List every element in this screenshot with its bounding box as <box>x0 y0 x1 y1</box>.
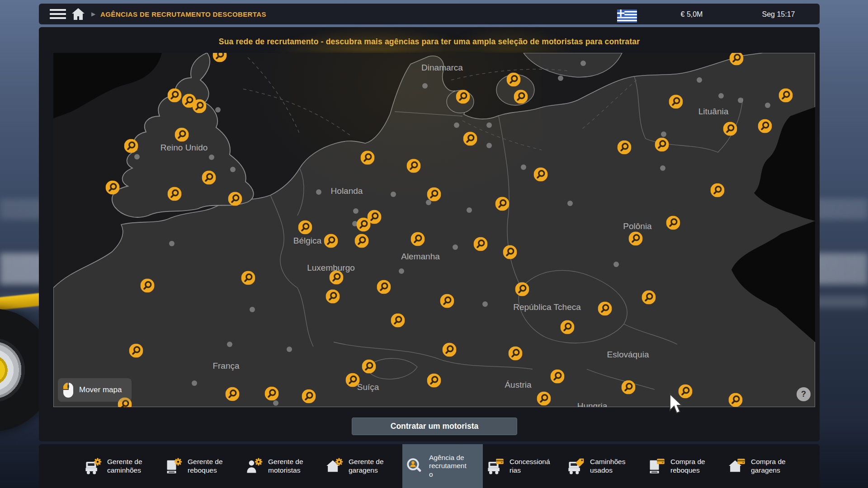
city-dot <box>287 347 292 352</box>
hire-driver-button[interactable]: Contratar um motorista <box>352 418 517 435</box>
agency-pin[interactable] <box>629 232 643 246</box>
agency-pin[interactable] <box>175 128 189 142</box>
nav-item-garage-manager[interactable]: Gerente degaragens <box>322 444 402 488</box>
agency-pin[interactable] <box>463 132 477 146</box>
nav-item-label: Agência derecrutamento <box>429 454 467 479</box>
agency-pin[interactable] <box>655 138 669 152</box>
city-dot <box>230 167 236 172</box>
help-button[interactable]: ? <box>797 387 811 401</box>
agency-pin[interactable] <box>514 90 528 104</box>
money-display[interactable]: € 5,0M <box>656 4 728 24</box>
agency-pin[interactable] <box>515 282 529 296</box>
agency-pin[interactable] <box>202 171 216 185</box>
agency-pin[interactable] <box>551 370 565 384</box>
agency-pin[interactable] <box>213 53 227 62</box>
agency-pin[interactable] <box>265 387 279 401</box>
agency-pin[interactable] <box>534 168 548 182</box>
agency-pin[interactable] <box>193 99 207 113</box>
agency-pin[interactable] <box>226 387 240 401</box>
agency-pin[interactable] <box>427 188 441 202</box>
agency-pin[interactable] <box>443 343 457 357</box>
agency-pin[interactable] <box>723 122 737 136</box>
agency-pin[interactable] <box>129 344 143 358</box>
agency-pin[interactable] <box>411 232 425 246</box>
agency-pin[interactable] <box>711 183 725 197</box>
nav-item-recruitment-agency[interactable]: Agência derecrutamento <box>402 444 483 488</box>
trailer-card-icon <box>647 457 665 475</box>
city-dot <box>482 301 488 307</box>
agency-pin[interactable] <box>124 139 138 153</box>
agency-pin[interactable] <box>346 373 360 387</box>
city-dot <box>453 244 458 250</box>
agency-pin[interactable] <box>729 393 743 407</box>
nav-item-truck-manager[interactable]: Gerente decaminhões <box>80 444 161 488</box>
home-icon[interactable] <box>71 8 85 20</box>
agency-pin[interactable] <box>106 181 120 195</box>
nav-item-label: Caminhõesusados <box>590 458 625 474</box>
nav-item-trailer-manager[interactable]: Gerente dereboques <box>161 444 241 488</box>
agency-pin[interactable] <box>642 291 656 305</box>
nav-item-driver-manager[interactable]: Gerente demotoristas <box>241 444 322 488</box>
agency-pin[interactable] <box>730 53 744 66</box>
nav-item-used-trucks[interactable]: Caminhõesusados <box>563 444 644 488</box>
menu-icon[interactable] <box>50 9 66 19</box>
agency-pin[interactable] <box>241 271 255 285</box>
agency-pin[interactable] <box>377 280 391 294</box>
country-label: Holanda <box>331 186 363 196</box>
agency-pin[interactable] <box>456 90 470 104</box>
agency-pin[interactable] <box>618 141 632 155</box>
mouse-icon <box>63 383 73 398</box>
agency-pin[interactable] <box>495 197 509 211</box>
agency-pin[interactable] <box>141 279 155 293</box>
agency-pin[interactable] <box>758 119 772 133</box>
europe-map[interactable]: DinamarcaReino UnidoLituâniaHolandaBélgi… <box>53 53 815 407</box>
city-dot <box>697 77 702 83</box>
agency-pin[interactable] <box>537 392 551 406</box>
city-dot <box>486 143 492 148</box>
agency-pin[interactable] <box>324 234 338 248</box>
agency-pin[interactable] <box>357 218 371 232</box>
agency-pin[interactable] <box>622 380 636 394</box>
agency-pin[interactable] <box>779 89 793 103</box>
greece-flag-icon[interactable] <box>617 9 637 22</box>
agency-pin[interactable] <box>361 151 375 165</box>
agency-pin[interactable] <box>391 314 405 328</box>
nav-item-dealerships[interactable]: Concessionárias <box>483 444 563 488</box>
city-dot <box>399 268 404 274</box>
agency-pin[interactable] <box>407 159 421 173</box>
agency-pin[interactable] <box>298 221 312 235</box>
country-label: Alemanha <box>401 252 440 262</box>
agency-pin[interactable] <box>503 245 517 259</box>
agency-pin[interactable] <box>355 234 369 248</box>
agency-pin[interactable] <box>509 347 523 361</box>
house-card-icon <box>728 457 746 475</box>
agency-pin[interactable] <box>427 374 441 388</box>
agency-pin[interactable] <box>598 302 612 316</box>
agency-pin[interactable] <box>507 73 521 87</box>
country-label: Dinamarca <box>421 63 463 73</box>
agency-pin[interactable] <box>330 271 344 285</box>
agency-pin[interactable] <box>669 95 683 109</box>
move-map-button[interactable]: Mover mapa <box>58 378 132 402</box>
nav-item-garage-purchase[interactable]: Compra degaragens <box>724 444 805 488</box>
city-dot <box>567 201 573 206</box>
country-label: França <box>212 361 239 371</box>
nav-item-label: Compra dereboques <box>670 458 705 474</box>
agency-pin[interactable] <box>362 360 376 374</box>
agency-pin[interactable] <box>666 216 680 230</box>
agency-pin[interactable] <box>168 89 182 103</box>
agency-pin[interactable] <box>474 237 488 251</box>
agency-pin[interactable] <box>679 385 693 399</box>
truck-card-icon <box>486 457 505 475</box>
agency-pin[interactable] <box>326 290 340 304</box>
agency-pin[interactable] <box>302 389 316 404</box>
agency-pin[interactable] <box>440 294 454 308</box>
city-dot <box>738 98 743 103</box>
agency-pin[interactable] <box>168 187 182 201</box>
nav-item-trailer-purchase[interactable]: Compra dereboques <box>644 444 724 488</box>
nav-item-label: Gerente dereboques <box>188 458 223 474</box>
city-dot <box>209 155 214 160</box>
country-label: Lituânia <box>698 107 729 117</box>
agency-pin[interactable] <box>228 192 242 206</box>
agency-pin[interactable] <box>561 320 575 334</box>
